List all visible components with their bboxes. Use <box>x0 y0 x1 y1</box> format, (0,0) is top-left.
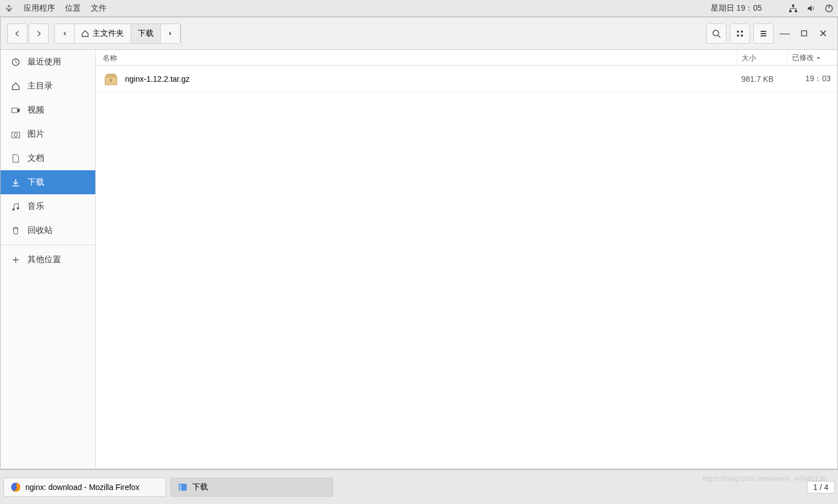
firefox-icon <box>11 482 21 492</box>
sidebar-item-label: 下载 <box>27 177 44 188</box>
path-bar: 主文件夹 下载 <box>54 24 181 44</box>
svg-rect-28 <box>180 485 182 486</box>
file-name: nginx-1.12.2.tar.gz <box>125 74 730 83</box>
svg-rect-25 <box>110 79 112 82</box>
svg-rect-6 <box>795 10 797 12</box>
music-icon <box>11 202 21 212</box>
svg-point-22 <box>14 133 17 137</box>
path-home[interactable]: 主文件夹 <box>75 24 131 43</box>
svg-point-9 <box>713 30 719 36</box>
svg-rect-12 <box>741 30 743 32</box>
menu-applications[interactable]: 应用程序 <box>24 3 55 13</box>
header-modified[interactable]: 已修改 <box>787 50 837 65</box>
file-list: 名称 大小 已修改 nginx-1.12.2.tar.gz 981.7 KB 1… <box>96 50 837 469</box>
sidebar-item-label: 回收站 <box>27 225 53 236</box>
taskbar: nginx: download - Mozilla Firefox 下载 1 /… <box>0 469 838 504</box>
svg-rect-5 <box>789 10 791 12</box>
sidebar-item-label: 图片 <box>27 129 44 139</box>
plus-icon <box>11 255 21 265</box>
svg-point-1 <box>6 7 8 9</box>
svg-line-10 <box>718 35 720 38</box>
sidebar-item-music[interactable]: 音乐 <box>1 194 95 218</box>
taskbar-item-label: nginx: download - Mozilla Firefox <box>25 483 140 492</box>
close-button[interactable]: ✕ <box>815 26 831 41</box>
svg-point-24 <box>17 207 19 209</box>
list-row[interactable]: nginx-1.12.2.tar.gz 981.7 KB 19：03 <box>96 66 837 92</box>
menu-files[interactable]: 文件 <box>91 3 107 13</box>
sidebar-item-pictures[interactable]: 图片 <box>1 122 95 146</box>
svg-point-2 <box>11 7 12 9</box>
svg-point-0 <box>8 5 10 7</box>
search-button[interactable] <box>706 24 726 44</box>
files-icon <box>178 482 188 492</box>
archive-icon <box>103 71 119 87</box>
volume-icon[interactable] <box>807 4 816 13</box>
path-prev-button[interactable] <box>55 24 75 43</box>
file-size: 981.7 KB <box>730 74 780 83</box>
sidebar: 最近使用 主目录 视频 图片 文档 下载 <box>1 50 96 469</box>
path-next-button[interactable] <box>161 24 180 43</box>
sidebar-item-documents[interactable]: 文档 <box>1 146 95 170</box>
svg-rect-11 <box>737 30 739 32</box>
network-icon[interactable] <box>789 4 798 13</box>
sidebar-item-videos[interactable]: 视频 <box>1 98 95 122</box>
video-icon <box>11 105 21 115</box>
sidebar-item-label: 主目录 <box>27 81 53 91</box>
svg-rect-13 <box>737 34 739 36</box>
svg-rect-18 <box>801 31 806 36</box>
toolbar: 主文件夹 下载 — ✕ <box>1 17 837 50</box>
download-icon <box>11 178 21 188</box>
maximize-button[interactable] <box>796 26 812 41</box>
workspace-indicator[interactable]: 1 / 4 <box>807 481 835 493</box>
header-name[interactable]: 名称 <box>96 50 737 65</box>
sidebar-item-label: 其他位置 <box>27 254 61 265</box>
sidebar-item-label: 文档 <box>27 153 44 164</box>
minimize-button[interactable]: — <box>777 26 793 41</box>
svg-rect-20 <box>12 108 17 113</box>
hamburger-menu-button[interactable] <box>753 24 774 44</box>
taskbar-item-label: 下载 <box>192 482 208 492</box>
clock-text: 星期日 19：05 <box>711 3 762 13</box>
sidebar-separator <box>1 245 95 245</box>
taskbar-item-firefox[interactable]: nginx: download - Mozilla Firefox <box>3 478 166 497</box>
camera-icon <box>11 129 21 139</box>
sidebar-item-label: 音乐 <box>27 201 44 212</box>
file-modified: 19：03 <box>780 74 831 84</box>
sidebar-item-downloads[interactable]: 下载 <box>1 170 95 194</box>
header-size[interactable]: 大小 <box>737 50 787 65</box>
night-mode-icon[interactable] <box>771 4 780 13</box>
system-panel: 应用程序 位置 文件 星期日 19：05 <box>0 0 838 17</box>
svg-rect-4 <box>792 4 794 7</box>
taskbar-item-files[interactable]: 下载 <box>170 478 333 497</box>
view-grid-button[interactable] <box>730 24 750 44</box>
file-manager-window: 主文件夹 下载 — ✕ <box>0 17 838 469</box>
sidebar-item-home[interactable]: 主目录 <box>1 74 95 98</box>
power-icon[interactable] <box>825 4 834 13</box>
back-button[interactable] <box>7 24 27 44</box>
svg-rect-14 <box>741 34 743 36</box>
path-current[interactable]: 下载 <box>131 24 161 43</box>
menu-places[interactable]: 位置 <box>65 3 81 13</box>
path-current-label: 下载 <box>138 29 154 39</box>
gnome-logo-icon <box>4 4 13 13</box>
svg-point-3 <box>7 8 11 11</box>
sidebar-item-trash[interactable]: 回收站 <box>1 218 95 242</box>
svg-rect-29 <box>180 487 182 488</box>
sort-asc-icon <box>816 55 821 60</box>
sidebar-item-label: 最近使用 <box>27 57 61 67</box>
svg-point-23 <box>12 208 15 211</box>
forward-button[interactable] <box>29 24 49 44</box>
sidebar-item-other[interactable]: 其他位置 <box>1 248 95 272</box>
svg-rect-30 <box>180 489 182 490</box>
sidebar-item-recent[interactable]: 最近使用 <box>1 50 95 74</box>
document-icon <box>11 153 21 164</box>
trash-icon <box>11 226 21 236</box>
clock-icon <box>11 57 21 67</box>
home-icon <box>11 81 21 91</box>
path-home-label: 主文件夹 <box>92 29 124 39</box>
list-header: 名称 大小 已修改 <box>96 50 837 66</box>
sidebar-item-label: 视频 <box>27 105 44 115</box>
